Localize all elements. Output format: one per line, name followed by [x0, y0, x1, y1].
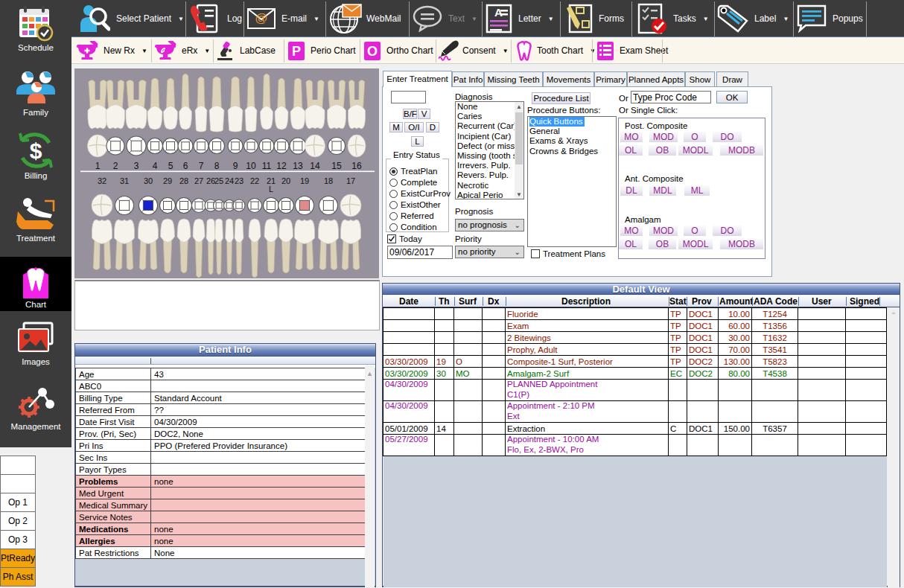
svg-text:22: 22 [250, 176, 259, 185]
svg-text:17: 17 [346, 176, 355, 185]
svg-text:13: 13 [293, 161, 303, 171]
svg-text:3: 3 [134, 161, 139, 171]
svg-text:O: O [367, 44, 378, 59]
svg-text:@: @ [255, 11, 267, 25]
svg-text:4: 4 [153, 161, 158, 171]
svg-text:31: 31 [120, 176, 129, 185]
svg-text:23: 23 [235, 176, 243, 185]
svg-text:L: L [269, 185, 273, 194]
svg-text:28: 28 [179, 176, 188, 185]
svg-text:5: 5 [168, 161, 174, 171]
svg-text:16: 16 [351, 161, 362, 171]
svg-text:9: 9 [233, 161, 238, 171]
svg-text:2: 2 [113, 161, 118, 171]
svg-text:6: 6 [183, 161, 188, 171]
svg-text:29: 29 [163, 176, 172, 185]
svg-text:8: 8 [214, 161, 220, 171]
svg-text:19: 19 [300, 176, 309, 185]
svg-text:30: 30 [144, 176, 153, 185]
svg-text:14: 14 [310, 161, 320, 171]
svg-text:24: 24 [225, 176, 234, 185]
svg-text:18: 18 [324, 176, 333, 185]
svg-text:A: A [494, 6, 503, 19]
svg-text:27: 27 [194, 176, 203, 185]
svg-text:11: 11 [262, 161, 272, 171]
svg-text:P: P [292, 44, 301, 59]
svg-text:10: 10 [246, 161, 256, 171]
svg-text:15: 15 [331, 161, 342, 171]
svg-text:20: 20 [281, 176, 290, 185]
svg-text:1: 1 [95, 161, 101, 171]
svg-text:$: $ [30, 138, 42, 163]
svg-text:7: 7 [199, 161, 204, 171]
svg-text:25: 25 [214, 176, 223, 185]
svg-text:12: 12 [276, 161, 287, 171]
svg-text:32: 32 [98, 176, 106, 185]
